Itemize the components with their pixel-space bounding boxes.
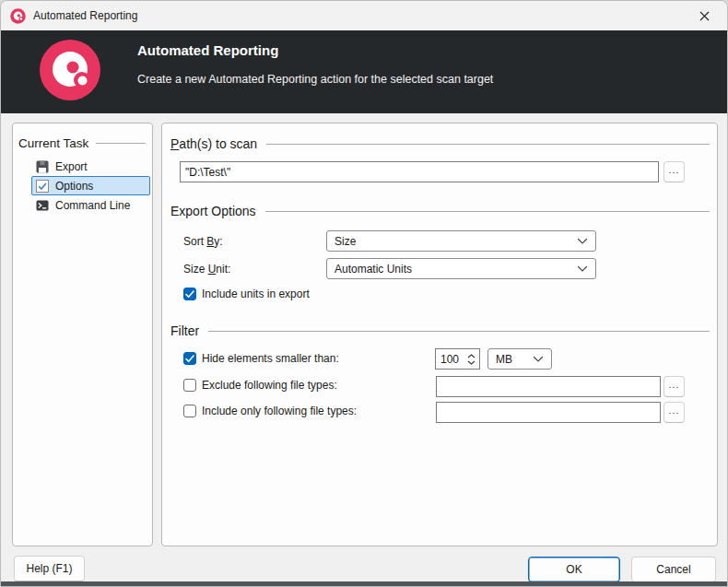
include-only-types-row: Include only following file types:	[183, 405, 357, 417]
app-logo-icon	[39, 39, 101, 101]
automated-reporting-dialog: Automated Reporting Automated Reporting …	[0, 0, 728, 587]
browse-exclude-types-button[interactable]: ...	[663, 376, 685, 397]
filter-section-header: Filter	[170, 323, 710, 338]
section-divider-line	[208, 331, 710, 332]
include-units-row: Include units in export	[183, 288, 310, 300]
size-unit-label: Size Unit:	[183, 263, 230, 276]
browse-path-button[interactable]: ...	[663, 161, 685, 182]
header-title: Automated Reporting	[137, 42, 278, 58]
size-unit-select[interactable]: Automatic Units	[326, 258, 596, 279]
section-divider-line	[265, 211, 710, 212]
threshold-unit-select[interactable]: MB	[487, 348, 552, 370]
section-divider-line	[266, 144, 710, 145]
header-subtitle: Create a new Automated Reporting action …	[137, 73, 493, 86]
checkmark-icon	[185, 290, 194, 299]
cancel-button[interactable]: Cancel	[631, 557, 716, 582]
checkmark-icon	[185, 355, 194, 363]
export-options-title: Export Options	[170, 204, 256, 218]
save-icon	[36, 160, 49, 173]
chevron-down-icon	[467, 360, 476, 365]
task-step-list: Export Options Command Line	[31, 157, 150, 215]
chevron-down-icon	[577, 238, 588, 245]
hide-smaller-label: Hide elements smaller than:	[202, 352, 339, 365]
chevron-down-icon	[577, 265, 588, 273]
header-banner: Automated Reporting Create a new Automat…	[1, 30, 727, 113]
window-bottom-edge	[1, 581, 727, 586]
sort-by-select[interactable]: Size	[326, 230, 596, 252]
sort-by-value: Size	[335, 235, 356, 248]
group-divider-line	[96, 143, 146, 144]
exclude-types-input[interactable]	[436, 376, 661, 397]
threshold-value: 100	[440, 353, 459, 366]
options-content-panel: Path(s) to scan ... Export Options Sort …	[161, 123, 718, 546]
exclude-types-checkbox[interactable]	[183, 379, 196, 392]
ok-button[interactable]: OK	[528, 557, 620, 582]
browse-include-only-types-button[interactable]: ...	[663, 402, 685, 423]
current-task-group-header: Current Task	[18, 136, 146, 150]
sidebar-item-label: Options	[55, 180, 93, 193]
current-task-panel: Current Task Export Options	[12, 123, 153, 546]
threshold-unit-value: MB	[496, 353, 512, 366]
exclude-types-row: Exclude following file types:	[183, 379, 337, 392]
include-only-types-label: Include only following file types:	[202, 405, 357, 417]
hide-smaller-checkbox[interactable]	[183, 352, 196, 365]
export-options-section-header: Export Options	[170, 204, 710, 218]
current-task-label: Current Task	[18, 136, 88, 150]
filter-title: Filter	[170, 323, 199, 338]
include-units-label: Include units in export	[202, 288, 310, 300]
sidebar-item-command-line[interactable]: Command Line	[31, 195, 150, 215]
include-only-types-checkbox[interactable]	[183, 405, 196, 417]
path-section-title: Path(s) to scan	[170, 136, 257, 151]
chevron-up-icon	[467, 354, 476, 358]
console-icon	[36, 199, 49, 212]
app-logo-icon	[10, 8, 26, 24]
sidebar-item-label: Export	[55, 160, 88, 173]
threshold-spinner[interactable]: 100	[435, 348, 480, 370]
chevron-down-icon	[533, 356, 544, 363]
help-button[interactable]: Help (F1)	[14, 556, 85, 581]
size-unit-value: Automatic Units	[335, 263, 412, 276]
hide-smaller-row: Hide elements smaller than:	[183, 352, 339, 365]
options-checkbox-icon	[36, 180, 49, 193]
spinner-arrows[interactable]	[467, 354, 479, 365]
sidebar-item-label: Command Line	[55, 199, 130, 212]
titlebar: Automated Reporting	[1, 1, 727, 30]
sidebar-item-export[interactable]: Export	[31, 157, 150, 176]
sidebar-item-options[interactable]: Options	[31, 176, 150, 195]
window-title: Automated Reporting	[33, 9, 137, 22]
close-button[interactable]	[690, 4, 718, 28]
include-only-types-input[interactable]	[436, 402, 661, 423]
path-input[interactable]	[180, 161, 659, 182]
path-section-header: Path(s) to scan	[170, 136, 710, 151]
include-units-checkbox[interactable]	[183, 288, 196, 300]
close-icon	[699, 11, 710, 21]
exclude-types-label: Exclude following file types:	[202, 379, 337, 392]
sort-by-label: Sort By:	[183, 235, 223, 248]
